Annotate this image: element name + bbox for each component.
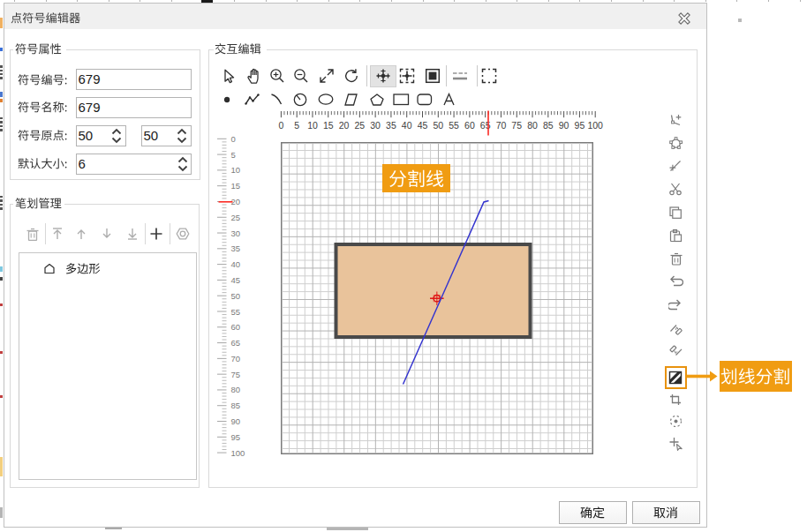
svg-text:80: 80 [231, 385, 241, 394]
svg-text:40: 40 [231, 259, 241, 269]
svg-text:45: 45 [231, 275, 241, 285]
svg-text:60: 60 [231, 322, 241, 332]
svg-text:70: 70 [231, 354, 241, 363]
svg-text:90: 90 [231, 416, 241, 426]
svg-text:40: 40 [402, 120, 412, 131]
svg-text:65: 65 [231, 338, 241, 348]
svg-text:50: 50 [433, 120, 443, 131]
svg-text:55: 55 [231, 307, 241, 317]
svg-text:100: 100 [231, 448, 245, 458]
svg-text:95: 95 [231, 432, 241, 442]
svg-text:10: 10 [307, 120, 318, 131]
svg-text:80: 80 [527, 120, 538, 131]
svg-text:25: 25 [231, 213, 241, 222]
svg-text:70: 70 [496, 120, 507, 131]
svg-text:85: 85 [543, 120, 554, 131]
svg-text:35: 35 [231, 244, 241, 253]
svg-text:0: 0 [278, 120, 283, 131]
svg-text:30: 30 [231, 229, 241, 238]
svg-text:15: 15 [231, 181, 241, 191]
svg-text:5: 5 [294, 120, 299, 131]
svg-text:0: 0 [231, 134, 236, 144]
svg-text:100: 100 [587, 120, 603, 131]
svg-text:35: 35 [386, 120, 396, 131]
svg-text:10: 10 [231, 165, 241, 175]
svg-text:75: 75 [511, 120, 522, 131]
svg-text:90: 90 [559, 120, 569, 131]
svg-text:5: 5 [231, 150, 236, 160]
svg-text:85: 85 [231, 401, 241, 410]
svg-text:55: 55 [449, 120, 459, 131]
svg-text:45: 45 [418, 120, 428, 131]
svg-text:75: 75 [231, 370, 241, 379]
svg-text:95: 95 [575, 120, 585, 131]
svg-text:25: 25 [354, 120, 365, 131]
svg-text:60: 60 [464, 120, 475, 131]
svg-text:20: 20 [339, 120, 350, 131]
svg-text:65: 65 [480, 120, 491, 131]
svg-text:50: 50 [231, 291, 241, 301]
svg-text:30: 30 [370, 120, 381, 131]
svg-text:15: 15 [323, 120, 334, 131]
